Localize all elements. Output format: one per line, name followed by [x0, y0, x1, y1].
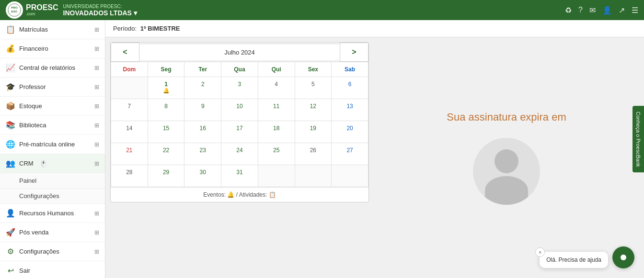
pos-venda-icon: 🚀: [6, 228, 15, 237]
org-name[interactable]: INOVADADOS LTDAS ▾: [63, 9, 137, 17]
expand-icon-rh: ⊞: [94, 210, 99, 217]
sidebar-item-crm[interactable]: 👥 CRM 🖱️ ⊞: [0, 154, 105, 173]
cal-day-28[interactable]: 28: [111, 165, 148, 187]
period-label: Período:: [113, 25, 137, 32]
sidebar-item-matriculas[interactable]: 📋 Matrículas ⊞: [0, 20, 105, 39]
calendar-prev-button[interactable]: <: [111, 43, 139, 62]
cal-day-29[interactable]: 29: [148, 165, 184, 187]
cal-day-22[interactable]: 22: [148, 143, 184, 165]
user-icon[interactable]: 👤: [602, 6, 612, 15]
expand-icon-professor: ⊞: [94, 84, 99, 90]
cal-day-11[interactable]: 11: [258, 99, 295, 121]
sidebar-item-configuracoes-crm[interactable]: Configurações: [0, 189, 105, 204]
university-label: UNIVERSIDADE PROESC:: [63, 4, 137, 9]
chat-button-container: [612, 246, 634, 268]
sidebar-item-pos-venda[interactable]: 🚀 Pós venda ⊞: [0, 223, 105, 242]
calendar-footer: Eventos: 🔔 / Atividades: 📋: [111, 187, 368, 202]
mail-icon[interactable]: ✉: [589, 6, 596, 15]
sidebar-item-relatorios[interactable]: 📈 Central de relatórios ⊞: [0, 58, 105, 78]
sidebar-item-painel[interactable]: Painel: [0, 173, 105, 189]
cal-day-7[interactable]: 7: [111, 99, 148, 121]
table-row: 28 29 30 31: [111, 165, 368, 187]
cal-day-19[interactable]: 19: [295, 121, 332, 143]
cal-day-31[interactable]: 31: [221, 165, 258, 187]
sidebar-label-rh: Recursos Humanos: [19, 210, 74, 217]
events-label: Eventos:: [203, 191, 226, 198]
sidebar-item-configuracoes[interactable]: ⚙ Configurações ⊞: [0, 242, 105, 261]
cal-day-10[interactable]: 10: [221, 99, 258, 121]
calendar-container: < Julho 2024 > Dom Seg Ter Qua Qui: [110, 42, 369, 202]
right-panel: Sua assinatura expira em: [374, 42, 639, 273]
biblioteca-icon: 📚: [6, 121, 15, 130]
sidebar-item-sair[interactable]: ↩ Sair: [0, 261, 105, 278]
sidebar-label-financeiro: Financeiro: [19, 45, 48, 52]
cal-day-8[interactable]: 8: [148, 99, 184, 121]
cal-day-6[interactable]: 6: [332, 77, 368, 99]
sidebar-label-estoque: Estoque: [19, 102, 42, 110]
recycle-icon[interactable]: ♻: [565, 6, 572, 15]
cal-day-13[interactable]: 13: [332, 99, 368, 121]
sidebar-item-financeiro[interactable]: 💰 Financeiro ⊞: [0, 39, 105, 58]
topbar-org: UNIVERSIDADE PROESC: INOVADADOS LTDAS ▾: [63, 4, 137, 17]
cal-day-27[interactable]: 27: [332, 143, 368, 165]
sidebar-label-biblioteca: Biblioteca: [19, 122, 46, 129]
chat-widget: × Olá. Precisa de ajuda: [539, 246, 634, 268]
calendar-header: < Julho 2024 >: [111, 43, 368, 62]
cal-day-4[interactable]: 4: [258, 77, 295, 99]
menu-icon[interactable]: ☰: [632, 6, 638, 15]
calendar-next-button[interactable]: >: [340, 43, 368, 62]
cal-day-16[interactable]: 16: [184, 121, 221, 143]
avatar-body: [485, 176, 528, 205]
cal-day-18[interactable]: 18: [258, 121, 295, 143]
content: Período: 1º BIMESTRE < Julho 2024 > Dom: [105, 20, 644, 278]
day-header-sab: Sab: [332, 62, 368, 77]
sidebar-item-estoque[interactable]: 📦 Estoque ⊞: [0, 97, 105, 116]
expand-icon-configuracoes: ⊞: [94, 248, 99, 255]
cal-day-12[interactable]: 12: [295, 99, 332, 121]
cal-day-empty4: [332, 165, 368, 187]
sidebar-item-biblioteca[interactable]: 📚 Biblioteca ⊞: [0, 116, 105, 135]
cal-day-5[interactable]: 5: [295, 77, 332, 99]
cal-day-26[interactable]: 26: [295, 143, 332, 165]
cal-day-9[interactable]: 9: [184, 99, 221, 121]
cal-day-15[interactable]: 15: [148, 121, 184, 143]
sidebar: 📋 Matrículas ⊞ 💰 Financeiro ⊞ 📈 Central …: [0, 20, 105, 278]
cal-day-21[interactable]: 21: [111, 143, 148, 165]
sidebar-item-rh[interactable]: 👤 Recursos Humanos ⊞: [0, 204, 105, 223]
sidebar-item-pre-matricula[interactable]: 🌐 Pré-matrícula online ⊞: [0, 135, 105, 154]
day-header-dom: Dom: [111, 62, 148, 77]
help-icon[interactable]: ?: [578, 6, 583, 14]
cal-day-empty3: [295, 165, 332, 187]
cal-day-3[interactable]: 3: [221, 77, 258, 99]
sidebar-label-professor: Professor: [19, 83, 46, 90]
cal-day-30[interactable]: 30: [184, 165, 221, 187]
logo-icon: PRO ESC: [6, 1, 23, 19]
expand-icon-pre-matricula: ⊞: [94, 141, 99, 148]
sidebar-label-painel: Painel: [19, 177, 36, 184]
day-header-sex: Sex: [295, 62, 332, 77]
sidebar-item-professor[interactable]: 🎓 Professor ⊞: [0, 78, 105, 97]
cal-day-25[interactable]: 25: [258, 143, 295, 165]
cal-day-23[interactable]: 23: [184, 143, 221, 165]
chat-open-button[interactable]: [612, 246, 634, 268]
cal-day-24[interactable]: 24: [221, 143, 258, 165]
financeiro-icon: 💰: [6, 44, 15, 53]
cal-day-20[interactable]: 20: [332, 121, 368, 143]
cal-day-empty: [111, 77, 148, 99]
table-row: 21 22 23 24 25 26 27: [111, 143, 368, 165]
proesc-bank-tab[interactable]: Conheça o ProescBank: [632, 106, 644, 173]
cal-day-14[interactable]: 14: [111, 121, 148, 143]
day-header-qua: Qua: [221, 62, 258, 77]
relatorios-icon: 📈: [6, 63, 15, 72]
expand-icon-estoque: ⊞: [94, 103, 99, 110]
logo-text: PROESC .com: [26, 4, 58, 16]
cal-day-1[interactable]: 1🔔: [148, 77, 184, 99]
cal-day-17[interactable]: 17: [221, 121, 258, 143]
period-bar: Período: 1º BIMESTRE: [105, 20, 644, 37]
cal-day-2[interactable]: 2: [184, 77, 221, 99]
expand-icon-relatorios: ⊞: [94, 65, 99, 71]
expand-icon-biblioteca: ⊞: [94, 122, 99, 129]
sidebar-label-configuracoes: Configurações: [19, 248, 59, 255]
calendar-grid: Dom Seg Ter Qua Qui Sex Sab: [111, 62, 368, 187]
external-link-icon[interactable]: ↗: [619, 6, 625, 15]
